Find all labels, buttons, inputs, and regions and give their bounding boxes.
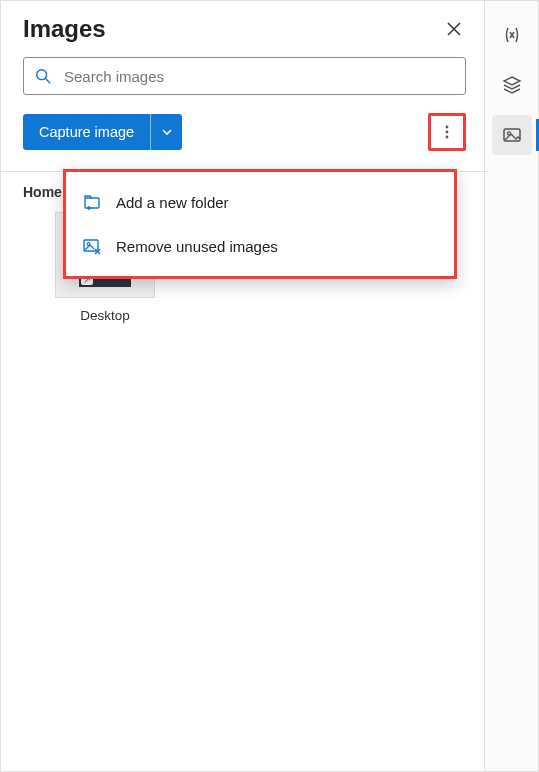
svg-point-6 — [446, 136, 449, 139]
rail-variables-button[interactable] — [492, 15, 532, 55]
panel-header: Images — [23, 15, 466, 43]
main-area: Images Capture image — [1, 1, 484, 771]
variables-icon — [502, 25, 522, 45]
capture-image-button[interactable]: Capture image — [23, 114, 150, 150]
ellipsis-vertical-icon — [439, 124, 455, 140]
layers-icon — [502, 75, 522, 95]
chevron-down-icon — [161, 126, 173, 138]
search-input[interactable] — [62, 67, 455, 86]
rail-layers-button[interactable] — [492, 65, 532, 105]
menu-item-add-folder[interactable]: Add a new folder — [66, 180, 454, 224]
svg-point-5 — [446, 131, 449, 134]
action-row: Capture image — [23, 113, 466, 151]
menu-item-remove-unused[interactable]: Remove unused images — [66, 224, 454, 268]
capture-image-label: Capture image — [39, 124, 134, 140]
add-folder-icon — [82, 192, 102, 212]
menu-item-label: Add a new folder — [116, 194, 229, 211]
svg-point-4 — [446, 126, 449, 129]
capture-image-split-button[interactable]: Capture image — [23, 114, 182, 150]
menu-item-label: Remove unused images — [116, 238, 278, 255]
svg-marker-16 — [504, 77, 520, 85]
more-actions-menu: Add a new folder Remove unused images — [63, 169, 457, 279]
image-icon — [502, 125, 522, 145]
close-button[interactable] — [442, 17, 466, 41]
svg-line-3 — [46, 79, 51, 84]
svg-rect-7 — [85, 198, 99, 208]
more-actions-button[interactable] — [433, 118, 461, 146]
image-caption: Desktop — [80, 308, 130, 323]
right-rail — [484, 1, 538, 771]
rail-images-button[interactable] — [492, 115, 532, 155]
capture-image-dropdown[interactable] — [150, 114, 182, 150]
close-icon — [446, 21, 462, 37]
remove-image-icon — [82, 236, 102, 256]
more-actions-highlight — [428, 113, 466, 151]
images-panel: Images Capture image — [0, 0, 539, 772]
svg-point-2 — [37, 70, 47, 80]
search-box[interactable] — [23, 57, 466, 95]
panel-title: Images — [23, 15, 106, 43]
search-icon — [34, 67, 52, 85]
